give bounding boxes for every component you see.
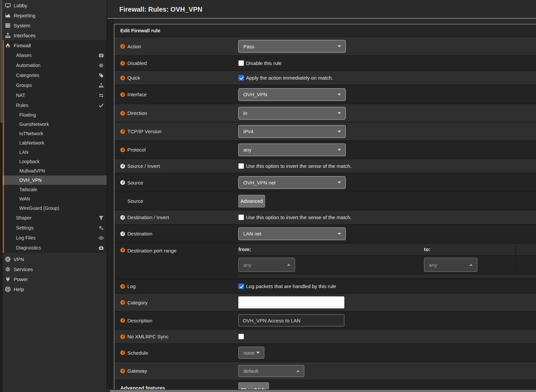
sidebar-item-rules-labnetwork[interactable]: LabNetwork [4, 138, 107, 148]
form-row-source-invert: iSource / Invert Use this option to inve… [114, 159, 536, 174]
quick-checkbox[interactable] [238, 75, 244, 81]
sidebar-item-system[interactable]: System [0, 20, 107, 30]
sidebar-item-rules-wireguard-group[interactable]: WireGuard (Group) [4, 203, 107, 213]
sidebar-item-firewall[interactable]: Firewall [4, 40, 107, 50]
firewall-section: Firewall Aliases Automation Categories G… [3, 40, 107, 253]
info-icon[interactable]: i [120, 164, 125, 169]
ip-version-select[interactable]: IPv4 [238, 125, 346, 138]
sidebar-item-rules-lan[interactable]: LAN [4, 148, 107, 157]
info-icon[interactable]: i [120, 148, 125, 152]
destination-invert-checkbox[interactable] [238, 214, 244, 220]
sidebar-nav: Lobby Reporting System Interfaces Firewa… [0, 0, 107, 294]
category-input[interactable] [238, 296, 344, 308]
direction-select[interactable]: in [238, 107, 346, 120]
sidebar-item-vpn[interactable]: VPN [0, 254, 107, 264]
info-icon[interactable]: i [120, 231, 125, 236]
sitemap-icon [5, 33, 11, 38]
source-select[interactable]: OVH_VPN net [238, 176, 346, 189]
gear-icon [5, 266, 11, 272]
source-invert-checkbox[interactable] [238, 163, 244, 169]
interface-select[interactable]: OVH_VPN [238, 88, 346, 101]
form-row-dest-port-range: iDestination port range from: to: any an… [114, 243, 536, 279]
sidebar-item-rules[interactable]: Rules [4, 100, 107, 110]
chevron-down-icon [338, 149, 341, 151]
gateway-select[interactable]: default [238, 365, 304, 377]
destination-select[interactable]: LAN net [238, 227, 346, 240]
vertical-scrollbar-thumb[interactable] [0, 0, 2, 123]
sidebar-item-rules-loopback[interactable]: Loopback [4, 157, 107, 166]
description-input[interactable] [238, 314, 344, 326]
form-row-protocol: iProtocol any [114, 141, 536, 159]
globe-icon [5, 256, 11, 262]
sidebar-item-aliases[interactable]: Aliases [4, 50, 107, 60]
info-icon[interactable]: i [120, 215, 125, 220]
info-icon[interactable]: i [120, 129, 125, 134]
sidebar-item-shaper[interactable]: Shaper [4, 213, 107, 223]
horizontal-scrollbar-thumb[interactable] [110, 390, 536, 392]
info-icon[interactable]: i [120, 248, 125, 252]
sidebar-item-help[interactable]: Help [0, 284, 107, 294]
sidebar-item-services[interactable]: Services [0, 264, 107, 274]
sidebar-item-label: Interfaces [14, 33, 36, 38]
info-icon[interactable]: i [120, 61, 125, 66]
info-icon[interactable]: i [120, 350, 125, 355]
info-icon[interactable]: i [120, 180, 125, 185]
port-range-table: from: to: any any [238, 243, 536, 279]
sidebar-item-nat[interactable]: NAT [4, 90, 107, 100]
no-xmlrpc-checkbox[interactable] [238, 334, 244, 339]
horizontal-scrollbar[interactable] [107, 389, 536, 392]
info-icon[interactable]: i [120, 300, 125, 305]
sidebar-item-interfaces[interactable]: Interfaces [0, 30, 107, 40]
info-icon[interactable]: i [120, 334, 125, 339]
main-content: Firewall: Rules: OVH_VPN Edit Firewall r… [107, 0, 536, 392]
sidebar-item-rules-guestnetwork[interactable]: GuestNetwork [4, 120, 107, 129]
port-from-select[interactable]: any [238, 258, 295, 272]
sidebar-item-rules-ovh-vpn[interactable]: OVH_VPN [4, 176, 107, 185]
sidebar-item-automation[interactable]: Automation [4, 60, 107, 70]
sidebar-item-label: Services [14, 266, 33, 272]
chevron-down-icon [338, 45, 341, 47]
form-row-gateway: iGateway default [114, 362, 536, 380]
source-advanced-button[interactable]: Advanced [238, 195, 265, 207]
sidebar-item-reporting[interactable]: Reporting [0, 10, 107, 20]
plug-icon [5, 276, 11, 282]
sidebar-item-rules-mullvadvpn[interactable]: MullvadVPN [4, 166, 107, 176]
action-select[interactable]: Pass [238, 40, 346, 53]
sidebar-item-label: Firewall [14, 43, 31, 48]
info-icon[interactable]: i [120, 92, 125, 97]
form-row-action: iAction Pass [114, 37, 536, 56]
sidebar-item-lobby[interactable]: Lobby [0, 0, 107, 10]
sidebar-item-rules-iotnetwork[interactable]: IoTNetwork [4, 129, 107, 138]
medkit-icon [99, 245, 104, 250]
sitemap-icon [99, 83, 104, 88]
schedule-select[interactable]: none [238, 347, 264, 359]
sidebar-item-label: Power [14, 276, 28, 282]
info-icon[interactable]: i [120, 369, 125, 373]
flame-icon [5, 43, 11, 48]
sidebar-item-groups[interactable]: Groups [4, 80, 107, 90]
form-row-direction: iDirection in [114, 104, 536, 123]
info-icon[interactable]: i [120, 44, 125, 49]
info-icon[interactable]: i [120, 76, 125, 80]
log-checkbox[interactable] [238, 283, 244, 289]
port-from-header: from: [238, 246, 251, 252]
sidebar-item-diagnostics[interactable]: Diagnostics [4, 243, 107, 253]
chevron-down-icon [256, 352, 260, 354]
sidebar-item-settings[interactable]: Settings [4, 223, 107, 233]
sidebar-item-rules-wan[interactable]: WAN [4, 194, 107, 203]
info-icon[interactable]: i [120, 111, 125, 116]
form-row-disabled: iDisabled Disable this rule [114, 56, 536, 71]
vertical-scrollbar[interactable] [0, 0, 3, 392]
sidebar-item-log-files[interactable]: Log Files [4, 233, 107, 243]
protocol-select[interactable]: any [238, 144, 346, 156]
sidebar-item-rules-tailscale[interactable]: Tailscale [4, 185, 107, 194]
port-to-select[interactable]: any [424, 258, 477, 272]
info-icon[interactable]: i [120, 284, 125, 289]
sidebar-item-power[interactable]: Power [0, 274, 107, 284]
form-row-ip-version: iTCP/IP Version IPv4 [114, 123, 536, 141]
list-icon [99, 53, 104, 58]
sidebar-item-categories[interactable]: Categories [4, 70, 107, 80]
info-icon[interactable]: i [120, 318, 125, 323]
sidebar-item-rules-floating[interactable]: Floating [4, 110, 107, 120]
disabled-checkbox[interactable] [238, 60, 244, 66]
